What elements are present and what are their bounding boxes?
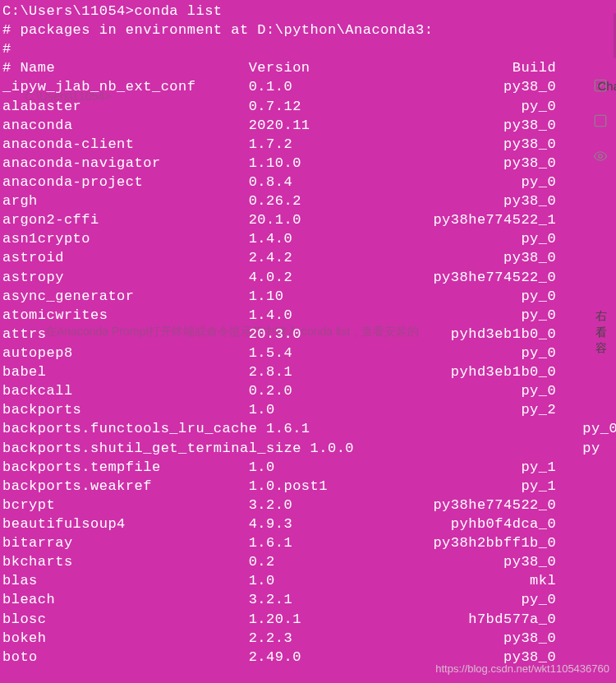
package-row: argh 0.26.2 py38_0 [2, 192, 614, 210]
package-row: bcrypt 3.2.0 py38he774522_0 [2, 496, 614, 515]
package-row: bokeh 2.2.3 py38_0 [2, 629, 614, 648]
env-comment: # packages in environment at D:\python\A… [2, 21, 614, 39]
right-label: Cha [597, 78, 616, 95]
package-row: attrs 20.3.0 pyhd3eb1b0_0 [2, 325, 614, 344]
package-row: bkcharts 0.2 py38_0 [2, 552, 614, 571]
package-row: astropy 4.0.2 py38he774522_0 [2, 268, 614, 287]
package-row: anaconda-client 1.7.2 py38_0 [2, 135, 614, 154]
package-row: astroid 2.4.2 py38_0 [2, 248, 614, 267]
package-row: async_generator 1.10 py_0 [2, 287, 614, 306]
package-row: atomicwrites 1.4.0 py_0 [2, 306, 614, 325]
column-header: # Name Version Build [2, 58, 614, 77]
terminal-output: C:\Users\11054>conda list # packages in … [0, 0, 616, 668]
command-line: C:\Users\11054>conda list [2, 2, 614, 21]
package-row: beautifulsoup4 4.9.3 pyhb0f4dca_0 [2, 515, 614, 533]
watermark: https://blog.csdn.net/wkt1105436760 [435, 662, 609, 676]
package-row: backports.functools_lru_cache 1.6.1 py_0 [2, 419, 614, 438]
package-row: backports.weakref 1.0.post1 py_1 [2, 477, 614, 496]
package-row: argon2-cffi 20.1.0 py38he774522_1 [2, 210, 614, 229]
package-row: asn1crypto 1.4.0 py_0 [2, 229, 614, 248]
package-row: babel 2.8.1 pyhd3eb1b0_0 [2, 362, 614, 381]
package-row: blosc 1.20.1 h7bd577a_0 [2, 610, 614, 629]
package-row: bitarray 1.6.1 py38h2bbff1b_0 [2, 533, 614, 552]
package-row: backports.tempfile 1.0 py_1 [2, 458, 614, 477]
package-row: alabaster 0.7.12 py_0 [2, 97, 614, 116]
package-row: backports 1.0 py_2 [2, 400, 614, 419]
package-list: _ipyw_jlab_nb_ext_conf 0.1.0 py38_0alaba… [2, 77, 614, 666]
package-row: autopep8 1.5.4 py_0 [2, 344, 614, 362]
package-row: bleach 3.2.1 py_0 [2, 590, 614, 609]
package-row: anaconda-project 0.8.4 py_0 [2, 173, 614, 192]
package-row: backports.shutil_get_terminal_size 1.0.0… [2, 439, 614, 458]
package-row: backcall 0.2.0 py_0 [2, 381, 614, 400]
package-row: anaconda 2020.11 py38_0 [2, 116, 614, 135]
package-row: blas 1.0 mkl [2, 571, 614, 590]
package-row: _ipyw_jlab_nb_ext_conf 0.1.0 py38_0 [2, 77, 614, 96]
blank-comment: # [2, 39, 614, 58]
package-row: anaconda-navigator 1.10.0 py38_0 [2, 154, 614, 173]
